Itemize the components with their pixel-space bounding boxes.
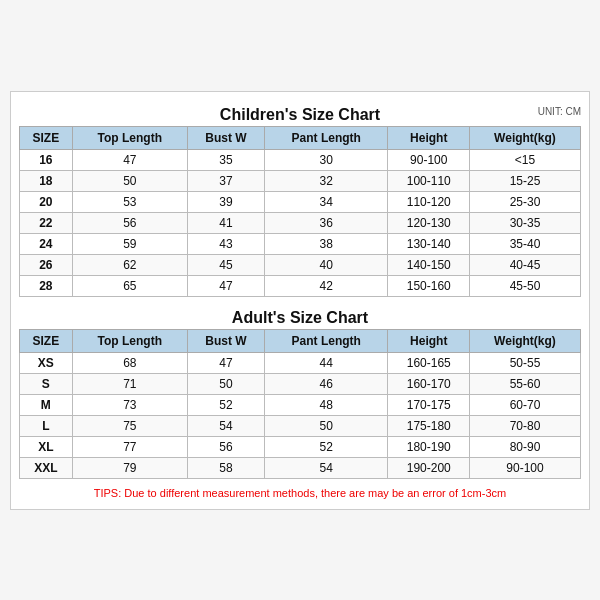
table-cell: S: [20, 373, 73, 394]
table-cell: 22: [20, 212, 73, 233]
table-row: 28654742150-16045-50: [20, 275, 581, 296]
table-row: 18503732100-11015-25: [20, 170, 581, 191]
table-cell: 45: [188, 254, 265, 275]
table-cell: 175-180: [388, 415, 470, 436]
children-header-pant-length: Pant Length: [264, 126, 388, 149]
table-row: XS684744160-16550-55: [20, 352, 581, 373]
table-cell: 41: [188, 212, 265, 233]
table-cell: XXL: [20, 457, 73, 478]
table-cell: 58: [188, 457, 265, 478]
table-cell: 54: [188, 415, 265, 436]
table-cell: 68: [72, 352, 187, 373]
table-cell: XS: [20, 352, 73, 373]
adult-header-pant-length: Pant Length: [264, 329, 388, 352]
adult-size-table: SIZE Top Length Bust W Pant Length Heigh…: [19, 329, 581, 479]
table-cell: 28: [20, 275, 73, 296]
table-row: 1647353090-100<15: [20, 149, 581, 170]
table-row: 24594338130-14035-40: [20, 233, 581, 254]
children-header-weight: Weight(kg): [469, 126, 580, 149]
table-cell: 100-110: [388, 170, 470, 191]
adult-header-height: Height: [388, 329, 470, 352]
table-cell: 42: [264, 275, 388, 296]
table-cell: 50: [72, 170, 187, 191]
table-cell: 52: [188, 394, 265, 415]
adult-header-bust-w: Bust W: [188, 329, 265, 352]
table-cell: 62: [72, 254, 187, 275]
adult-section-title: Adult's Size Chart: [19, 305, 581, 329]
adult-header-row: SIZE Top Length Bust W Pant Length Heigh…: [20, 329, 581, 352]
table-cell: 79: [72, 457, 187, 478]
table-cell: 26: [20, 254, 73, 275]
table-cell: 60-70: [469, 394, 580, 415]
table-cell: 170-175: [388, 394, 470, 415]
table-cell: 56: [72, 212, 187, 233]
tips-text: TIPS: Due to different measurement metho…: [19, 487, 581, 499]
table-cell: 40-45: [469, 254, 580, 275]
table-cell: 25-30: [469, 191, 580, 212]
table-cell: 110-120: [388, 191, 470, 212]
children-header-height: Height: [388, 126, 470, 149]
table-cell: 65: [72, 275, 187, 296]
table-cell: 24: [20, 233, 73, 254]
table-cell: 80-90: [469, 436, 580, 457]
unit-label: UNIT: CM: [538, 106, 581, 117]
table-cell: 120-130: [388, 212, 470, 233]
table-cell: 90-100: [388, 149, 470, 170]
table-cell: 43: [188, 233, 265, 254]
table-cell: 160-170: [388, 373, 470, 394]
table-cell: 160-165: [388, 352, 470, 373]
table-cell: 16: [20, 149, 73, 170]
children-header-top-length: Top Length: [72, 126, 187, 149]
table-cell: 180-190: [388, 436, 470, 457]
table-cell: 71: [72, 373, 187, 394]
table-cell: 56: [188, 436, 265, 457]
table-cell: 59: [72, 233, 187, 254]
table-row: 20533934110-12025-30: [20, 191, 581, 212]
children-header-size: SIZE: [20, 126, 73, 149]
table-cell: 130-140: [388, 233, 470, 254]
table-cell: 75: [72, 415, 187, 436]
table-cell: XL: [20, 436, 73, 457]
table-cell: 50: [264, 415, 388, 436]
table-cell: 45-50: [469, 275, 580, 296]
table-cell: 77: [72, 436, 187, 457]
table-cell: 52: [264, 436, 388, 457]
adult-header-weight: Weight(kg): [469, 329, 580, 352]
children-header-bust-w: Bust W: [188, 126, 265, 149]
table-cell: 15-25: [469, 170, 580, 191]
table-cell: 44: [264, 352, 388, 373]
table-cell: 150-160: [388, 275, 470, 296]
table-cell: 54: [264, 457, 388, 478]
adult-header-size: SIZE: [20, 329, 73, 352]
table-row: M735248170-17560-70: [20, 394, 581, 415]
table-cell: <15: [469, 149, 580, 170]
table-cell: 50: [188, 373, 265, 394]
table-cell: 55-60: [469, 373, 580, 394]
table-cell: 37: [188, 170, 265, 191]
table-cell: 48: [264, 394, 388, 415]
table-cell: 18: [20, 170, 73, 191]
table-cell: 53: [72, 191, 187, 212]
table-cell: 20: [20, 191, 73, 212]
table-cell: 40: [264, 254, 388, 275]
table-cell: 30: [264, 149, 388, 170]
size-chart-container: Children's Size Chart UNIT: CM SIZE Top …: [10, 91, 590, 510]
table-row: XL775652180-19080-90: [20, 436, 581, 457]
table-cell: 34: [264, 191, 388, 212]
table-cell: 38: [264, 233, 388, 254]
adult-header-top-length: Top Length: [72, 329, 187, 352]
table-cell: 36: [264, 212, 388, 233]
table-cell: 190-200: [388, 457, 470, 478]
table-cell: L: [20, 415, 73, 436]
table-cell: 47: [188, 352, 265, 373]
table-cell: 73: [72, 394, 187, 415]
adult-title-text: Adult's Size Chart: [232, 309, 368, 326]
children-section-title: Children's Size Chart UNIT: CM: [19, 102, 581, 126]
table-row: L755450175-18070-80: [20, 415, 581, 436]
table-cell: 140-150: [388, 254, 470, 275]
table-cell: 35: [188, 149, 265, 170]
children-title-text: Children's Size Chart: [220, 106, 380, 123]
table-cell: 30-35: [469, 212, 580, 233]
table-cell: M: [20, 394, 73, 415]
table-cell: 35-40: [469, 233, 580, 254]
